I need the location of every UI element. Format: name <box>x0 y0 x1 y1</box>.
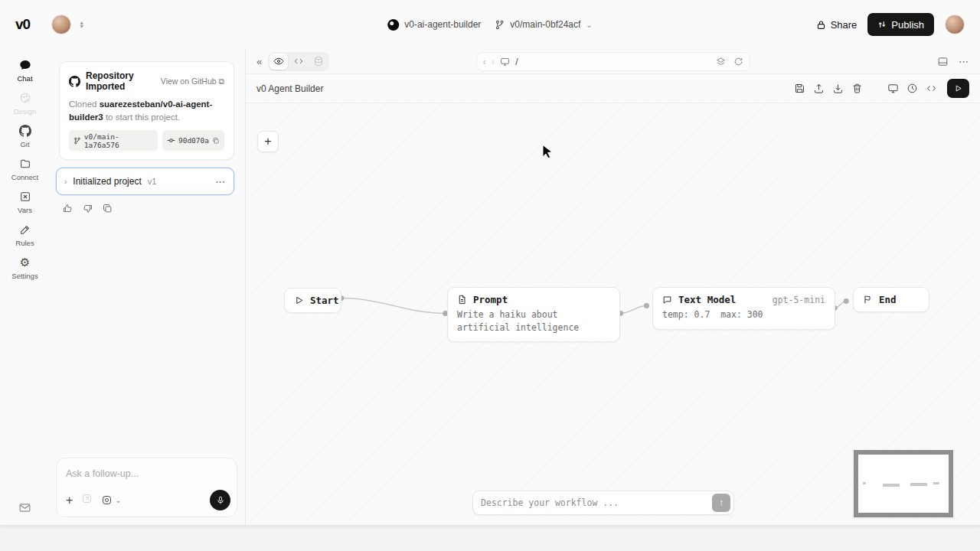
sidebar-label-vars: Vars <box>18 206 32 214</box>
thumbs-up-icon[interactable] <box>62 203 74 217</box>
repo-card-header: Repository Imported View on GitHub ⧉ <box>69 70 224 92</box>
version-menu-button[interactable]: ⋯ <box>215 176 226 187</box>
node-title: Prompt <box>473 294 508 305</box>
play-icon <box>294 295 304 305</box>
github-icon <box>69 76 80 87</box>
vars-icon <box>19 190 31 204</box>
version-row-initialized-project[interactable]: › Initialized project v1 ⋯ <box>56 168 234 195</box>
code-view-button[interactable] <box>289 54 308 70</box>
browser-window-icon[interactable] <box>937 56 949 67</box>
canvas-minimap[interactable] <box>854 450 953 517</box>
sidebar-item-vars[interactable]: Vars <box>4 190 47 214</box>
thumbs-down-icon[interactable] <box>82 203 93 217</box>
workflow-canvas[interactable]: + Start <box>246 103 980 525</box>
refresh-icon[interactable] <box>733 57 743 67</box>
share-button[interactable]: Share <box>816 19 858 31</box>
trash-icon[interactable] <box>851 83 863 94</box>
minimap-node-mark <box>863 482 866 484</box>
v0-logo[interactable]: v0 <box>15 16 30 33</box>
project-name: v0-ai-agent-builder <box>404 19 481 30</box>
address-actions <box>716 57 743 67</box>
address-bar[interactable]: ‹ › / <box>476 52 750 71</box>
add-node-button[interactable]: + <box>257 131 279 152</box>
branch-badge[interactable]: v0/main-1a76a576 <box>69 130 158 151</box>
upload-icon[interactable] <box>813 83 825 94</box>
header-left: v0 ▲▼ <box>15 15 84 34</box>
github-icon <box>19 124 31 138</box>
user-avatar[interactable] <box>945 15 965 34</box>
chat-composer: + ⌄ <box>56 458 237 517</box>
main-row: Chat Design Git Connect Vars Rules <box>0 49 980 525</box>
publish-label: Publish <box>891 19 924 31</box>
download-icon[interactable] <box>832 83 844 94</box>
attach-plus-button[interactable]: + <box>66 494 73 507</box>
node-end[interactable]: End <box>853 287 929 312</box>
sidebar-item-design[interactable]: Design <box>4 91 47 116</box>
history-clock-icon[interactable] <box>906 83 918 94</box>
sidebar-item-rules[interactable]: Rules <box>4 223 47 247</box>
preview-eye-button[interactable] <box>270 54 288 70</box>
play-icon <box>954 84 962 93</box>
repo-card-title: Repository Imported <box>86 70 155 92</box>
sidebar-label-rules: Rules <box>15 239 34 247</box>
more-options-button[interactable]: ⋯ <box>959 56 969 67</box>
sidebar-item-git[interactable]: Git <box>4 124 47 148</box>
branch-icon <box>74 137 81 145</box>
chevron-down-icon: ⌄ <box>586 21 592 29</box>
node-text-model[interactable]: Text Model gpt-5-mini temp: 0.7 max: 300 <box>652 287 835 330</box>
fork-icon[interactable] <box>81 493 93 507</box>
feedback-mail-icon[interactable] <box>0 501 50 514</box>
sidebar-item-connect[interactable]: Connect <box>4 157 47 181</box>
preview-toolbar: « ‹ › / <box>246 49 980 74</box>
mouse-cursor <box>540 144 555 161</box>
chat-input[interactable] <box>66 468 227 479</box>
sidebar-label-connect: Connect <box>11 173 38 181</box>
workflow-send-button[interactable]: ↑ <box>712 494 730 512</box>
cloned-prefix: Cloned <box>69 99 100 109</box>
sidebar-item-settings[interactable]: ⚙ Settings <box>4 256 47 280</box>
sidebar-label-settings: Settings <box>11 272 38 280</box>
commit-badge[interactable]: 90d070a <box>162 130 224 151</box>
model-icon <box>101 494 113 506</box>
branch-badge-label: v0/main-1a76a576 <box>84 132 153 149</box>
view-on-github-link[interactable]: View on GitHub ⧉ <box>161 77 224 86</box>
repo-card-body: Cloned suarezesteban/v0-ai-agent-builder… <box>69 98 224 123</box>
minimap-node-mark <box>883 484 900 487</box>
workspace-switcher-icon[interactable]: ▲▼ <box>79 21 84 28</box>
connect-icon <box>19 157 31 171</box>
model-name-badge: gpt-5-mini <box>753 295 825 305</box>
node-start[interactable]: Start <box>284 288 341 313</box>
sidebar-rail: Chat Design Git Connect Vars Rules <box>0 49 50 525</box>
cloned-suffix: to start this project. <box>103 112 180 122</box>
node-title: Start <box>310 295 339 306</box>
address-path: / <box>515 57 518 67</box>
sidebar-item-chat[interactable]: Chat <box>4 58 47 83</box>
run-workflow-button[interactable] <box>947 79 969 98</box>
database-view-button[interactable] <box>309 54 328 70</box>
branch-icon <box>495 20 505 30</box>
monitor-icon[interactable] <box>887 83 899 94</box>
model-select-button[interactable]: ⌄ <box>101 494 121 506</box>
code-icon[interactable] <box>926 83 937 94</box>
publish-button[interactable]: Publish <box>867 13 934 36</box>
composer-tools: + ⌄ <box>66 490 230 510</box>
save-icon[interactable] <box>794 83 805 94</box>
workflow-input[interactable] <box>473 497 712 508</box>
toolbar-left: « <box>256 52 329 71</box>
microphone-button[interactable] <box>210 490 230 510</box>
branch-crumb[interactable]: v0/main-0bf24acf ⌄ <box>495 19 592 30</box>
copy-icon[interactable] <box>212 137 220 145</box>
copy-icon[interactable] <box>102 203 113 217</box>
nav-forward-button[interactable]: › <box>492 56 495 67</box>
workspace-avatar[interactable] <box>51 15 71 34</box>
layers-icon[interactable] <box>716 57 726 67</box>
node-prompt[interactable]: Prompt Write a haiku about artificial in… <box>447 287 620 342</box>
repo-badges: v0/main-1a76a576 90d070a <box>69 130 224 151</box>
commit-badge-label: 90d070a <box>178 136 209 145</box>
collapse-panel-button[interactable]: « <box>256 56 262 67</box>
nav-back-button[interactable]: ‹ <box>483 56 486 67</box>
project-crumb[interactable]: v0-ai-agent-builder <box>387 19 481 31</box>
sidebar-label-design: Design <box>14 107 37 116</box>
screen-icon <box>500 57 510 67</box>
rules-icon <box>19 223 31 236</box>
